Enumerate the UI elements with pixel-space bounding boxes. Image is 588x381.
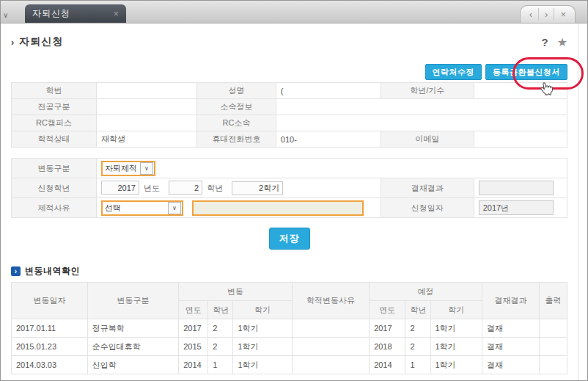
- cell-apply-year: 년도 학년: [96, 178, 381, 198]
- cell-print: [540, 338, 567, 356]
- label-change-type: 변동구분: [12, 159, 97, 178]
- cell-planned-semester: 1학기: [430, 319, 482, 338]
- form-row-change-type: 변동구분 자퇴제적 ∨: [12, 159, 567, 178]
- cell-date: 2014.03.03: [12, 356, 88, 374]
- grade-input[interactable]: [169, 181, 202, 195]
- header-change-type: 변동구분: [87, 283, 178, 319]
- nav-close-button[interactable]: ×: [554, 8, 572, 21]
- value-grade-cohort: [474, 83, 567, 99]
- title-chevron-icon: ›: [11, 37, 14, 48]
- cell-reason: [292, 319, 369, 338]
- page-title: 자퇴신청: [19, 35, 63, 48]
- value-name: (: [276, 83, 381, 99]
- value-enrollment-status: 재학생: [96, 131, 196, 148]
- cell-planned-year: 2014: [370, 356, 405, 374]
- cell-planned-grade: 1: [405, 356, 430, 374]
- nav-next-button[interactable]: ›: [538, 8, 554, 21]
- label-expulsion-reason: 제적사유: [12, 198, 97, 218]
- tab-nav-controls: ‹ › ×: [520, 5, 576, 23]
- favorite-star-icon[interactable]: ★: [557, 35, 567, 49]
- header-planned-group: 예정: [370, 283, 482, 301]
- label-approval-result: 결재결과: [381, 178, 474, 198]
- cell-expulsion-reason: 선택 ∨: [96, 198, 381, 218]
- cell-planned-grade: 2: [405, 319, 430, 338]
- value-affiliation: [276, 99, 567, 115]
- year-input[interactable]: [101, 181, 139, 195]
- label-grade-cohort: 학년/기수: [381, 83, 474, 99]
- tab-withdrawal-application[interactable]: 자퇴신청 ×: [25, 4, 126, 23]
- label-name: 성명: [197, 83, 276, 99]
- history-row: 2014.03.03 신입학 2014 1 1학기 2014 1 1학기 결재: [12, 356, 567, 374]
- header-change-semester: 학기: [233, 301, 292, 319]
- cell-type: 정규복학: [87, 319, 178, 338]
- cell-print: [540, 319, 567, 338]
- value-mobile-phone: 010-: [276, 131, 381, 148]
- header-planned-year: 연도: [370, 301, 405, 319]
- student-info-table: 학번 성명 ( 학년/기수 전공구분 소속정보 RC캠퍼스 RC소속 학적상태: [11, 82, 567, 148]
- header-change-date: 변동일자: [12, 283, 88, 319]
- cell-date: 2015.01.23: [12, 338, 88, 356]
- cell-reason: [292, 356, 369, 374]
- label-affiliation: 소속정보: [197, 99, 276, 115]
- label-student-id: 학번: [12, 83, 97, 99]
- label-enrollment-status: 학적상태: [12, 131, 97, 148]
- cell-approval: 결재: [482, 356, 539, 374]
- value-email: [474, 131, 567, 148]
- cell-type: 신입학: [87, 356, 178, 374]
- value-rc-affiliation: [276, 115, 567, 131]
- cell-change-grade: 1: [208, 356, 233, 374]
- header-approval-result: 결재결과: [482, 283, 539, 319]
- tab-bar: ∨ 자퇴신청 × ‹ › ×: [1, 1, 587, 23]
- expulsion-reason-select[interactable]: 선택 ∨: [101, 200, 183, 216]
- history-section-header: › 변동내역확인: [11, 265, 567, 277]
- info-row: RC캠퍼스 RC소속: [12, 115, 567, 131]
- scrollbar-track: [578, 23, 587, 380]
- tab-list-chevron-icon[interactable]: ∨: [3, 12, 8, 19]
- chevron-down-icon: ∨: [168, 202, 181, 214]
- chevron-down-icon: ∨: [140, 162, 153, 175]
- save-button[interactable]: 저장: [269, 228, 310, 250]
- page-title-row: › 자퇴신청 ? ★: [11, 34, 567, 50]
- form-row-apply-year: 신청학년 년도 학년 결재결과: [12, 178, 567, 198]
- tab-label: 자퇴신청: [32, 7, 113, 20]
- page-tools: ? ★: [541, 35, 567, 49]
- semester-input[interactable]: [232, 181, 283, 195]
- nav-prev-button[interactable]: ‹: [523, 8, 538, 21]
- history-header-row: 변동일자 변동구분 변동 학적변동사유 예정 결재결과 출력: [12, 283, 567, 301]
- help-icon[interactable]: ?: [541, 36, 548, 48]
- app-window: ∨ 자퇴신청 × ‹ › × › 자퇴신청 ? ★ 연락처수정 등록금환불신청서: [0, 0, 588, 381]
- edit-contact-button[interactable]: 연락처수정: [425, 64, 482, 80]
- info-row: 학적상태 재학생 휴대전화번호 010- 이메일: [12, 131, 567, 148]
- history-row: 2017.01.11 정규복학 2017 2 1학기 2017 2 1학기 결재: [12, 319, 567, 338]
- cell-change-semester: 1학기: [233, 356, 292, 374]
- header-change-reason: 학적변동사유: [292, 283, 369, 319]
- expulsion-reason-detail-input[interactable]: [192, 200, 364, 216]
- cell-planned-semester: 1학기: [430, 338, 482, 356]
- cell-date: 2017.01.11: [12, 319, 88, 338]
- tuition-refund-form-button[interactable]: 등록금환불신청서: [485, 64, 567, 80]
- action-button-row: 연락처수정 등록금환불신청서: [11, 64, 567, 80]
- label-email: 이메일: [381, 131, 474, 148]
- header-print: 출력: [540, 283, 567, 319]
- cell-planned-semester: 1학기: [430, 356, 482, 374]
- cell-change-year: 2015: [179, 338, 208, 356]
- info-row: 학번 성명 ( 학년/기수: [12, 83, 567, 99]
- header-planned-semester: 학기: [430, 301, 482, 319]
- apply-date-input: [479, 200, 554, 215]
- value-student-id: [96, 83, 196, 99]
- header-change-group: 변동: [179, 283, 293, 301]
- approval-result-input: [479, 181, 554, 195]
- cell-type: 순수입대휴학: [87, 338, 178, 356]
- cell-change-semester: 1학기: [233, 338, 292, 356]
- cell-change-year: 2017: [179, 319, 208, 338]
- change-type-selected: 자퇴제적: [103, 163, 139, 174]
- cell-change-type: 자퇴제적 ∨: [96, 159, 567, 178]
- cell-change-semester: 1학기: [233, 319, 292, 338]
- change-history-table: 변동일자 변동구분 변동 학적변동사유 예정 결재결과 출력 연도 학년 학기 …: [11, 282, 567, 374]
- change-type-select[interactable]: 자퇴제적 ∨: [101, 161, 155, 176]
- header-change-grade: 학년: [208, 301, 233, 319]
- label-mobile-phone: 휴대전화번호: [197, 131, 276, 148]
- tab-close-icon[interactable]: ×: [113, 9, 119, 18]
- value-major-type: [96, 99, 196, 115]
- header-change-year: 연도: [179, 301, 208, 319]
